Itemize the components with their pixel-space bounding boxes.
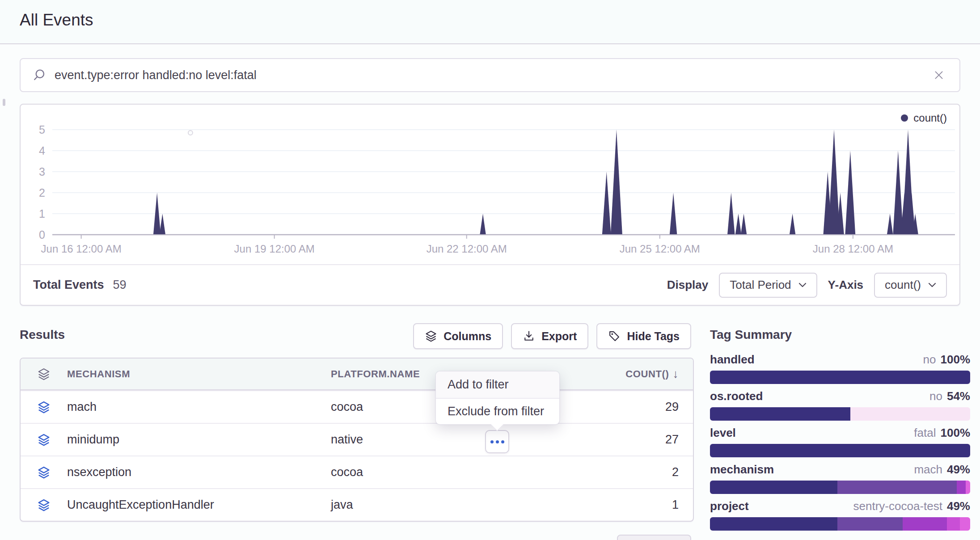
table-row[interactable]: UncaughtExceptionHandler java 1 (21, 488, 693, 521)
svg-text:4: 4 (39, 144, 45, 157)
cell-count: 27 (590, 433, 693, 447)
legend-label: count() (913, 112, 947, 124)
cell-mechanism: UncaughtExceptionHandler (67, 498, 331, 512)
cell-mechanism: mach (67, 400, 331, 414)
svg-text:1: 1 (39, 207, 45, 220)
stack-icon[interactable] (21, 367, 67, 381)
tag-distribution-bar[interactable] (710, 444, 970, 457)
tag-name: level (710, 426, 736, 440)
cell-platform: cocoa (331, 465, 590, 479)
table-row[interactable]: minidump native 27 (21, 423, 693, 456)
svg-text:Jun 28 12:00 AM: Jun 28 12:00 AM (813, 243, 893, 255)
chevron-down-icon (928, 283, 936, 287)
columns-button-label: Columns (444, 330, 491, 343)
tag-top-value: mach (914, 463, 942, 477)
tag-name: os.rooted (710, 389, 763, 403)
tag-top-value: fatal (914, 426, 936, 440)
tag-top-value: sentry-cocoa-test (853, 499, 942, 513)
cell-count: 2 (590, 465, 693, 479)
tag-icon (608, 330, 621, 342)
cell-mechanism: nsexception (67, 465, 331, 479)
pagination-buttons[interactable] (617, 535, 691, 540)
svg-text:Jun 22 12:00 AM: Jun 22 12:00 AM (427, 243, 507, 255)
export-button[interactable]: Export (511, 323, 588, 349)
column-header-mechanism[interactable]: MECHANISM (67, 368, 331, 380)
tag-percent: 54% (947, 389, 970, 403)
total-events-label: Total Events (33, 278, 104, 292)
tag-percent: 100% (941, 353, 971, 367)
display-select[interactable]: Total Period (719, 273, 817, 298)
tag-distribution-bar[interactable] (710, 481, 970, 494)
tag-item-handled: handled no 100% (710, 353, 970, 384)
tag-name: project (710, 499, 749, 513)
results-table: MECHANISM PLATFORM.NAME COUNT() ↓ mach c… (20, 358, 694, 522)
chart-legend-item[interactable]: count() (901, 112, 947, 124)
cell-count: 1 (590, 498, 693, 512)
yaxis-select[interactable]: count() (874, 273, 947, 298)
legend-dot-icon (901, 114, 908, 122)
export-button-label: Export (541, 330, 577, 343)
cell-action-menu: Add to filter Exclude from filter (435, 371, 560, 425)
tag-percent: 49% (947, 463, 970, 477)
stack-icon (21, 466, 67, 479)
svg-text:3: 3 (39, 165, 45, 178)
table-header-row: MECHANISM PLATFORM.NAME COUNT() ↓ (21, 359, 693, 390)
tag-distribution-bar[interactable] (710, 517, 970, 531)
display-select-value: Total Period (730, 278, 791, 292)
table-row[interactable]: mach cocoa 29 (21, 390, 693, 423)
tag-name: handled (710, 353, 755, 367)
cell-mechanism: minidump (67, 433, 331, 447)
svg-text:Jun 16 12:00 AM: Jun 16 12:00 AM (41, 243, 122, 255)
yaxis-select-value: count() (885, 278, 921, 292)
menu-item-add-to-filter[interactable]: Add to filter (436, 371, 559, 398)
tag-name: mechanism (710, 463, 774, 477)
svg-text:2: 2 (39, 186, 45, 199)
stack-icon (21, 498, 67, 512)
chevron-down-icon (798, 283, 807, 287)
tag-top-value: no (923, 353, 936, 367)
events-time-series-chart: 012345Jun 16 12:00 AMJun 19 12:00 AMJun … (21, 105, 959, 260)
search-bar[interactable] (20, 58, 960, 92)
tag-item-project: project sentry-cocoa-test 49% (710, 499, 970, 531)
search-input[interactable] (55, 68, 922, 82)
cell-platform: java (331, 498, 590, 512)
cell-platform: native (331, 433, 590, 447)
panel-resize-handle (3, 99, 5, 106)
column-header-count[interactable]: COUNT() ↓ (590, 367, 693, 381)
hide-tags-button-label: Hide Tags (627, 330, 680, 343)
tag-distribution-bar[interactable] (710, 371, 970, 384)
tag-summary-heading: Tag Summary (710, 328, 970, 342)
svg-text:0: 0 (39, 228, 45, 241)
results-toolbar: Columns Export Hide Tags (413, 323, 691, 349)
events-chart-panel: count() 012345Jun 16 12:00 AMJun 19 12:0… (20, 104, 960, 306)
columns-button[interactable]: Columns (413, 323, 503, 349)
tag-item-os-rooted: os.rooted no 54% (710, 389, 970, 421)
stack-icon (21, 433, 67, 447)
svg-text:Jun 19 12:00 AM: Jun 19 12:00 AM (234, 243, 315, 255)
cell-count: 29 (590, 400, 693, 414)
total-events-value: 59 (113, 278, 127, 292)
stack-icon (425, 330, 437, 342)
results-heading: Results (20, 328, 65, 342)
close-icon[interactable] (930, 66, 948, 84)
tag-distribution-bar[interactable] (710, 407, 970, 421)
tag-item-mechanism: mechanism mach 49% (710, 463, 970, 494)
tag-percent: 100% (941, 426, 971, 440)
display-label: Display (667, 278, 709, 292)
row-actions-ellipsis-button[interactable] (485, 430, 509, 453)
app-header: All Events (0, 0, 980, 44)
table-row[interactable]: nsexception cocoa 2 (21, 456, 693, 488)
page-title: All Events (20, 11, 93, 30)
stack-icon (21, 401, 67, 414)
svg-text:Jun 25 12:00 AM: Jun 25 12:00 AM (620, 243, 700, 255)
tag-item-level: level fatal 100% (710, 426, 970, 457)
yaxis-label: Y-Axis (828, 278, 864, 292)
search-icon (32, 68, 46, 82)
sort-descending-icon: ↓ (672, 367, 679, 381)
tag-summary-panel: Tag Summary handled no 100% os.rooted no… (710, 328, 970, 531)
download-icon (523, 330, 535, 342)
svg-text:5: 5 (39, 123, 45, 136)
tag-top-value: no (929, 389, 942, 403)
ellipsis-icon (490, 440, 494, 443)
hide-tags-button[interactable]: Hide Tags (596, 323, 691, 349)
